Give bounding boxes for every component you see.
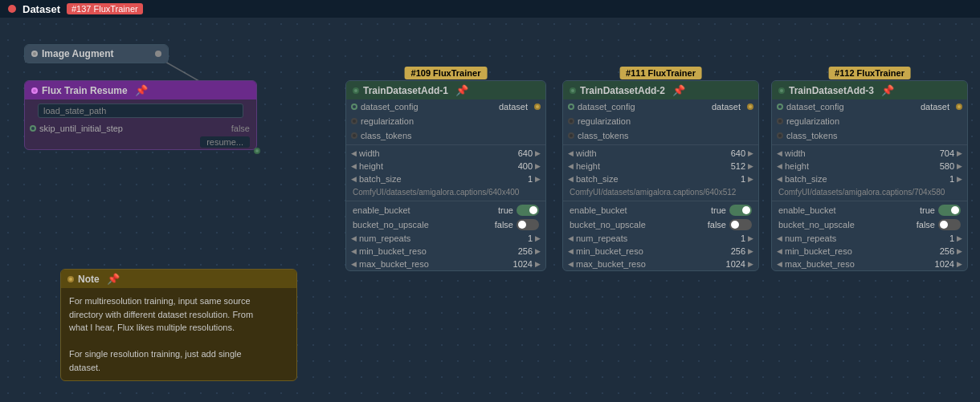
arrow-right-min-2[interactable]: ▶ <box>748 247 753 255</box>
arrow-right-min-1[interactable]: ▶ <box>535 247 541 255</box>
arrow-left-batch-1[interactable]: ◀ <box>351 175 357 183</box>
arrow-left-min-3[interactable]: ◀ <box>777 247 782 255</box>
node-dot-train1 <box>353 87 359 94</box>
node-header-train3: TrainDatasetAdd-3 📌 <box>772 81 967 99</box>
slider-max-bucket-1: ◀ max_bucket_reso 1024 ▶ <box>346 258 545 270</box>
port-regularization-3: regularization <box>772 114 967 128</box>
slider-max-bucket-3: ◀ max_bucket_reso 1024 ▶ <box>772 258 967 270</box>
arrow-left-min-1[interactable]: ◀ <box>351 247 357 255</box>
toggle-pill-bucket-upscale-1[interactable] <box>517 219 539 230</box>
slider-num-repeats-2: ◀ num_repeats 1 ▶ <box>563 232 758 245</box>
arrow-left-width-2[interactable]: ◀ <box>568 149 574 157</box>
node-content-flux-resume: load_state_path skip_until_initial_step … <box>25 99 256 149</box>
arrow-right-batch-2[interactable]: ▶ <box>748 175 753 183</box>
port-dot-class-2 <box>568 132 574 139</box>
arrow-left-width-3[interactable]: ◀ <box>777 149 782 157</box>
arrow-right-repeats-3[interactable]: ▶ <box>957 234 962 242</box>
slider-label-repeats-2: num_repeats <box>576 233 723 243</box>
node-label-flux-resume: Flux Train Resume <box>42 85 128 96</box>
arrow-right-max-3[interactable]: ▶ <box>957 260 962 268</box>
slider-val-batch-1: 1 <box>512 174 533 184</box>
toggle-val-enable-bucket-3: true <box>920 205 935 215</box>
arrow-right-min-3[interactable]: ▶ <box>957 247 962 255</box>
slider-width-2: ◀ width 640 ▶ <box>563 147 758 160</box>
slider-label-height-3: height <box>785 161 932 171</box>
slider-label-width-2: width <box>576 148 723 158</box>
arrow-left-repeats-2[interactable]: ◀ <box>568 234 574 242</box>
arrow-left-batch-2[interactable]: ◀ <box>568 175 574 183</box>
slider-label-height-1: height <box>359 161 510 171</box>
toggle-enable-bucket-1: enable_bucket true <box>346 203 545 217</box>
node-dot-flux-resume <box>31 87 38 94</box>
arrow-left-height-1[interactable]: ◀ <box>351 162 357 170</box>
node-emoji-note: 📌 <box>107 273 120 285</box>
slider-min-bucket-2: ◀ min_bucket_reso 256 ▶ <box>563 245 758 258</box>
slider-height-3: ◀ height 580 ▶ <box>772 160 967 173</box>
toggle-pill-enable-bucket-2[interactable] <box>729 205 752 216</box>
arrow-right-width-3[interactable]: ▶ <box>957 149 962 157</box>
arrow-right-batch-3[interactable]: ▶ <box>957 175 962 183</box>
port-class-tokens-3: class_tokens <box>772 128 967 143</box>
load-state-path-input[interactable]: load_state_path <box>38 104 243 118</box>
arrow-right-batch-1[interactable]: ▶ <box>535 175 541 183</box>
port-regularization-1: regularization <box>346 114 545 128</box>
arrow-right-width-1[interactable]: ▶ <box>535 149 541 157</box>
arrow-left-max-3[interactable]: ◀ <box>777 260 782 268</box>
slider-val-height-3: 580 <box>934 161 954 171</box>
path-text-2: ComfyUI/datasets/amigalora.captions/640x… <box>563 185 758 199</box>
skip-label: skip_until_initial_step <box>39 124 228 133</box>
node-emoji-train2: 📌 <box>672 84 685 96</box>
arrow-left-repeats-3[interactable]: ◀ <box>777 234 782 242</box>
toggle-label-enable-bucket-1: enable_bucket <box>353 205 495 215</box>
node-label-image-augment: Image Augment <box>42 48 114 59</box>
port-dataset-config-1: dataset_config dataset <box>346 99 545 114</box>
node-label-train1: TrainDatasetAdd-1 <box>363 85 448 96</box>
node-content-train3: dataset_config dataset regularization cl… <box>772 99 967 270</box>
arrow-left-max-1[interactable]: ◀ <box>351 260 357 268</box>
arrow-left-repeats-1[interactable]: ◀ <box>351 234 357 242</box>
arrow-left-height-2[interactable]: ◀ <box>568 162 574 170</box>
slider-val-min-2: 256 <box>725 246 745 256</box>
arrow-left-max-2[interactable]: ◀ <box>568 260 574 268</box>
arrow-right-repeats-2[interactable]: ▶ <box>748 234 753 242</box>
port-label-class-2: class_tokens <box>578 131 629 140</box>
arrow-right-height-3[interactable]: ▶ <box>957 162 962 170</box>
arrow-left-batch-3[interactable]: ◀ <box>777 175 782 183</box>
arrow-left-width-1[interactable]: ◀ <box>351 149 357 157</box>
arrow-left-min-2[interactable]: ◀ <box>568 247 574 255</box>
node-header-image-augment: Image Augment <box>25 45 168 63</box>
toggle-val-bucket-upscale-1: false <box>495 220 513 229</box>
slider-label-repeats-3: num_repeats <box>785 233 932 243</box>
slider-val-batch-2: 1 <box>725 174 745 184</box>
toggle-enable-bucket-3: enable_bucket true <box>772 203 967 217</box>
page-title: Dataset <box>22 3 60 15</box>
port-label-class-3: class_tokens <box>786 131 838 140</box>
port-value-dataset-1: dataset <box>499 102 528 112</box>
toggle-pill-enable-bucket-1[interactable] <box>517 205 539 216</box>
arrow-right-max-2[interactable]: ▶ <box>748 260 753 268</box>
arrow-right-width-2[interactable]: ▶ <box>748 149 753 157</box>
slider-label-min-3: min_bucket_reso <box>785 246 932 256</box>
port-dot-class-1 <box>351 132 357 139</box>
port-dot-dc-3 <box>777 104 783 110</box>
arrow-right-repeats-1[interactable]: ▶ <box>535 234 541 242</box>
toggle-pill-enable-bucket-3[interactable] <box>938 205 961 216</box>
toggle-pill-bucket-upscale-2[interactable] <box>729 219 752 230</box>
badge-train3: #112 FluxTrainer <box>828 67 911 79</box>
port-out-image-augment <box>155 51 161 57</box>
title-bar: Dataset #137 FluxTrainer <box>0 0 980 18</box>
slider-batch-1: ◀ batch_size 1 ▶ <box>346 173 545 185</box>
port-label-class-1: class_tokens <box>361 131 412 140</box>
arrow-right-height-2[interactable]: ▶ <box>748 162 753 170</box>
toggle-val-enable-bucket-1: true <box>498 205 513 215</box>
arrow-left-height-3[interactable]: ◀ <box>777 162 782 170</box>
toggle-label-enable-bucket-2: enable_bucket <box>570 205 708 215</box>
slider-label-max-2: max_bucket_reso <box>576 259 723 269</box>
port-out-dataset-3 <box>956 104 962 110</box>
toggle-pill-bucket-upscale-3[interactable] <box>938 219 961 230</box>
slider-label-batch-1: batch_size <box>359 174 510 184</box>
note-body: For multiresolution training, input same… <box>61 288 296 380</box>
arrow-right-max-1[interactable]: ▶ <box>535 260 541 268</box>
port-value-dataset-3: dataset <box>921 102 949 112</box>
arrow-right-height-1[interactable]: ▶ <box>535 162 541 170</box>
